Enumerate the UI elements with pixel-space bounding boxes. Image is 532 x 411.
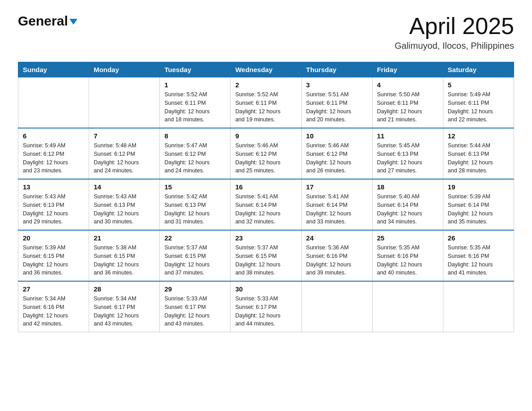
day-number: 14 [94, 183, 155, 191]
day-number: 23 [235, 234, 296, 242]
day-number: 1 [164, 81, 226, 89]
calendar-cell: 16Sunrise: 5:41 AMSunset: 6:14 PMDayligh… [231, 179, 301, 230]
weekday-header-monday: Monday [89, 62, 160, 77]
day-info: Sunrise: 5:34 AMSunset: 6:17 PMDaylight:… [94, 295, 155, 328]
calendar-cell: 19Sunrise: 5:39 AMSunset: 6:14 PMDayligh… [443, 179, 514, 230]
weekday-header-sunday: Sunday [18, 62, 89, 77]
day-number: 6 [23, 132, 84, 140]
calendar-cell [372, 281, 443, 332]
calendar-cell: 11Sunrise: 5:45 AMSunset: 6:13 PMDayligh… [372, 128, 443, 179]
day-number: 25 [377, 234, 438, 242]
day-info: Sunrise: 5:41 AMSunset: 6:14 PMDaylight:… [306, 193, 368, 226]
day-number: 9 [235, 132, 296, 140]
calendar-week-row: 1Sunrise: 5:52 AMSunset: 6:11 PMDaylight… [18, 77, 514, 128]
calendar-cell: 4Sunrise: 5:50 AMSunset: 6:11 PMDaylight… [372, 77, 443, 128]
day-info: Sunrise: 5:40 AMSunset: 6:14 PMDaylight:… [377, 193, 438, 226]
day-number: 8 [164, 132, 226, 140]
calendar-cell: 8Sunrise: 5:47 AMSunset: 6:12 PMDaylight… [160, 128, 231, 179]
calendar-cell: 26Sunrise: 5:35 AMSunset: 6:16 PMDayligh… [443, 230, 514, 281]
weekday-header-friday: Friday [372, 62, 443, 77]
calendar-cell: 28Sunrise: 5:34 AMSunset: 6:17 PMDayligh… [89, 281, 160, 332]
day-number: 28 [94, 285, 155, 293]
calendar-cell: 3Sunrise: 5:51 AMSunset: 6:11 PMDaylight… [301, 77, 372, 128]
day-info: Sunrise: 5:34 AMSunset: 6:16 PMDaylight:… [23, 295, 84, 328]
weekday-header-saturday: Saturday [443, 62, 514, 77]
calendar-cell: 23Sunrise: 5:37 AMSunset: 6:15 PMDayligh… [231, 230, 301, 281]
day-number: 10 [306, 132, 368, 140]
calendar-cell: 14Sunrise: 5:43 AMSunset: 6:13 PMDayligh… [89, 179, 160, 230]
calendar-week-row: 20Sunrise: 5:39 AMSunset: 6:15 PMDayligh… [18, 230, 514, 281]
calendar-cell: 20Sunrise: 5:39 AMSunset: 6:15 PMDayligh… [18, 230, 89, 281]
day-number: 27 [23, 285, 84, 293]
day-info: Sunrise: 5:49 AMSunset: 6:12 PMDaylight:… [23, 141, 84, 175]
day-number: 18 [377, 183, 438, 191]
calendar-cell: 29Sunrise: 5:33 AMSunset: 6:17 PMDayligh… [160, 281, 231, 332]
calendar-cell: 9Sunrise: 5:46 AMSunset: 6:12 PMDaylight… [231, 128, 301, 179]
calendar-cell: 17Sunrise: 5:41 AMSunset: 6:14 PMDayligh… [301, 179, 372, 230]
calendar-cell: 18Sunrise: 5:40 AMSunset: 6:14 PMDayligh… [372, 179, 443, 230]
day-number: 11 [377, 132, 438, 140]
day-number: 30 [235, 285, 296, 293]
day-number: 29 [164, 285, 226, 293]
calendar-cell: 27Sunrise: 5:34 AMSunset: 6:16 PMDayligh… [18, 281, 89, 332]
day-info: Sunrise: 5:33 AMSunset: 6:17 PMDaylight:… [235, 295, 296, 328]
calendar-cell [443, 281, 514, 332]
weekday-header-wednesday: Wednesday [231, 62, 301, 77]
day-number: 21 [94, 234, 155, 242]
day-info: Sunrise: 5:36 AMSunset: 6:16 PMDaylight:… [306, 244, 368, 277]
calendar-cell [301, 281, 372, 332]
day-info: Sunrise: 5:43 AMSunset: 6:13 PMDaylight:… [23, 193, 84, 226]
day-info: Sunrise: 5:42 AMSunset: 6:13 PMDaylight:… [164, 193, 226, 226]
calendar-cell: 15Sunrise: 5:42 AMSunset: 6:13 PMDayligh… [160, 179, 231, 230]
day-info: Sunrise: 5:33 AMSunset: 6:17 PMDaylight:… [164, 295, 226, 328]
day-number: 17 [306, 183, 368, 191]
logo-general-text: General [18, 13, 77, 28]
day-info: Sunrise: 5:52 AMSunset: 6:11 PMDaylight:… [235, 90, 296, 124]
day-info: Sunrise: 5:52 AMSunset: 6:11 PMDaylight:… [164, 90, 226, 124]
calendar-week-row: 6Sunrise: 5:49 AMSunset: 6:12 PMDaylight… [18, 128, 514, 179]
calendar-cell: 6Sunrise: 5:49 AMSunset: 6:12 PMDaylight… [18, 128, 89, 179]
weekday-header-tuesday: Tuesday [160, 62, 231, 77]
day-info: Sunrise: 5:46 AMSunset: 6:12 PMDaylight:… [306, 141, 368, 175]
calendar-table: SundayMondayTuesdayWednesdayThursdayFrid… [18, 62, 514, 332]
day-number: 19 [448, 183, 509, 191]
day-number: 15 [164, 183, 226, 191]
day-info: Sunrise: 5:38 AMSunset: 6:15 PMDaylight:… [94, 244, 155, 277]
day-info: Sunrise: 5:47 AMSunset: 6:12 PMDaylight:… [164, 141, 226, 175]
calendar-week-row: 13Sunrise: 5:43 AMSunset: 6:13 PMDayligh… [18, 179, 514, 230]
day-number: 5 [448, 81, 509, 89]
day-info: Sunrise: 5:45 AMSunset: 6:13 PMDaylight:… [377, 141, 438, 175]
calendar-cell: 2Sunrise: 5:52 AMSunset: 6:11 PMDaylight… [231, 77, 301, 128]
day-info: Sunrise: 5:43 AMSunset: 6:13 PMDaylight:… [94, 193, 155, 226]
calendar-cell: 24Sunrise: 5:36 AMSunset: 6:16 PMDayligh… [301, 230, 372, 281]
day-number: 12 [448, 132, 509, 140]
day-number: 26 [448, 234, 509, 242]
calendar-cell: 13Sunrise: 5:43 AMSunset: 6:13 PMDayligh… [18, 179, 89, 230]
logo: General [18, 13, 77, 28]
day-number: 16 [235, 183, 296, 191]
day-number: 13 [23, 183, 84, 191]
calendar-cell: 5Sunrise: 5:49 AMSunset: 6:11 PMDaylight… [443, 77, 514, 128]
calendar-week-row: 27Sunrise: 5:34 AMSunset: 6:16 PMDayligh… [18, 281, 514, 332]
calendar-cell: 30Sunrise: 5:33 AMSunset: 6:17 PMDayligh… [231, 281, 301, 332]
day-info: Sunrise: 5:49 AMSunset: 6:11 PMDaylight:… [448, 90, 509, 124]
day-number: 4 [377, 81, 438, 89]
day-info: Sunrise: 5:48 AMSunset: 6:12 PMDaylight:… [94, 141, 155, 175]
day-info: Sunrise: 5:50 AMSunset: 6:11 PMDaylight:… [377, 90, 438, 124]
location-subtitle: Galimuyod, Ilocos, Philippines [395, 41, 514, 51]
calendar-cell [89, 77, 160, 128]
day-info: Sunrise: 5:51 AMSunset: 6:11 PMDaylight:… [306, 90, 368, 124]
calendar-cell [18, 77, 89, 128]
weekday-header-thursday: Thursday [301, 62, 372, 77]
day-info: Sunrise: 5:35 AMSunset: 6:16 PMDaylight:… [377, 244, 438, 277]
day-info: Sunrise: 5:39 AMSunset: 6:14 PMDaylight:… [448, 193, 509, 226]
day-info: Sunrise: 5:39 AMSunset: 6:15 PMDaylight:… [23, 244, 84, 277]
day-number: 3 [306, 81, 368, 89]
page-header: General April 2025 Galimuyod, Ilocos, Ph… [18, 13, 514, 51]
day-info: Sunrise: 5:37 AMSunset: 6:15 PMDaylight:… [164, 244, 226, 277]
day-info: Sunrise: 5:46 AMSunset: 6:12 PMDaylight:… [235, 141, 296, 175]
day-number: 24 [306, 234, 368, 242]
day-info: Sunrise: 5:35 AMSunset: 6:16 PMDaylight:… [448, 244, 509, 277]
day-number: 7 [94, 132, 155, 140]
day-info: Sunrise: 5:37 AMSunset: 6:15 PMDaylight:… [235, 244, 296, 277]
